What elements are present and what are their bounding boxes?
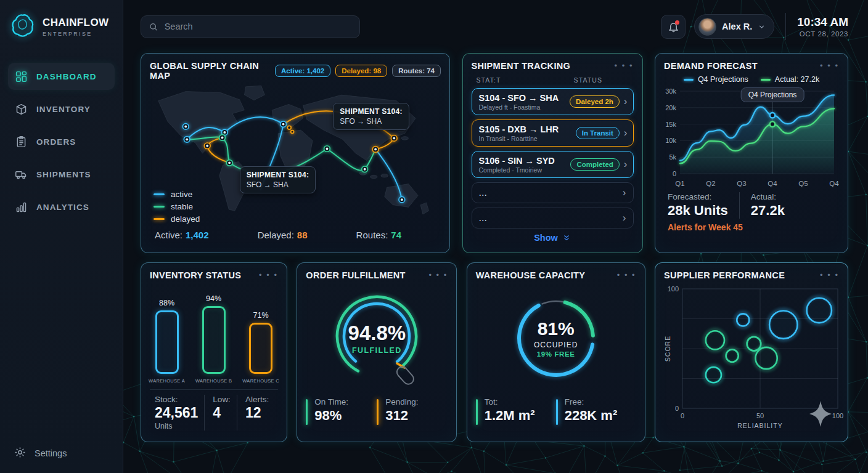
capacity-value: 81%: [534, 318, 578, 339]
stat-value: 228K m²: [565, 408, 618, 424]
forecast-legend: Q4 ProjectionsActual: 27.2k: [664, 75, 839, 84]
stat-value: 312: [385, 408, 418, 424]
ellipsis-icon[interactable]: • • •: [615, 63, 634, 68]
topbar-right: Alex R. 10:34 AM OCT 28, 2023: [661, 13, 848, 40]
svg-text:100: 100: [832, 412, 843, 419]
map-stats: Active:1,402Delayed:88Routes:74: [150, 230, 441, 240]
capacity-donut: 81% OCCUPIED 19% FREE: [476, 280, 636, 396]
shipment-info: S106 - SIN → SYDCompleted - Tmoiriew: [479, 156, 571, 174]
clock: 10:34 AM OCT 28, 2023: [797, 15, 848, 38]
forecast-alert: Alerts for Week 45: [664, 222, 839, 232]
stat-label: Stock:: [155, 395, 198, 404]
chevron-right-icon[interactable]: ›: [623, 187, 626, 199]
svg-text:5k: 5k: [669, 153, 676, 161]
sidebar-item-inventory[interactable]: INVENTORY: [8, 95, 115, 123]
bar-value-label: 71%: [253, 311, 269, 320]
map-stat: Active:1,402: [155, 230, 209, 240]
box-icon: [15, 103, 28, 116]
svg-text:0: 0: [673, 170, 676, 177]
chevron-right-icon[interactable]: ›: [623, 212, 626, 224]
map-badges: Active: 1,402Delayed: 98Routes: 74: [275, 65, 441, 77]
map-stat: Delayed:88: [258, 230, 308, 240]
sidebar-item-analytics[interactable]: ANALYTICS: [8, 193, 115, 220]
status-badge: Daleyed 2h: [570, 95, 620, 108]
shipment-row[interactable]: S104 - SFO → SHADelayed ft - FoastimaDal…: [472, 88, 634, 115]
stat-value: 27.2k: [751, 203, 785, 219]
stat-value: 1.2M m²: [485, 408, 535, 424]
svg-text:Q2: Q2: [706, 180, 715, 187]
map-stat-label: Active:: [155, 230, 182, 240]
stat-label: Actual:: [751, 192, 785, 201]
status-badge: In Transit: [576, 127, 620, 139]
topbar: Alex R. 10:34 AM OCT 28, 2023: [141, 14, 848, 39]
chevron-right-icon[interactable]: ›: [624, 158, 628, 171]
map-tooltip: SHIPMENT S104:SFO → SHA: [240, 166, 316, 193]
forecast-stat: Forecasted:28k Units: [664, 192, 728, 219]
sidebar-item-settings[interactable]: Settings: [14, 446, 67, 461]
svg-text:Q4: Q4: [768, 180, 777, 187]
legend-swatch: [154, 218, 165, 220]
stat-label: On Time:: [314, 397, 348, 406]
stat-label: Free:: [565, 397, 618, 406]
chart-tooltip: Q4 Projections: [741, 87, 805, 102]
shipment-row[interactable]: S106 - SIN → SYDCompleted - TmoiriewComp…: [472, 151, 634, 178]
fulfillment-label: FULFILLED: [348, 346, 406, 355]
svg-text:30k: 30k: [665, 87, 676, 95]
ellipsis-icon[interactable]: • • •: [259, 273, 278, 278]
ellipsis-icon[interactable]: • • •: [617, 273, 636, 278]
metric-stat: Tot:1.2M m²: [476, 397, 556, 425]
sidebar-item-orders[interactable]: ORDERS: [8, 128, 115, 155]
ellipsis-icon[interactable]: • • •: [820, 273, 839, 278]
stat-value: 28k Units: [668, 203, 728, 219]
svg-text:10k: 10k: [665, 137, 676, 144]
shipment-placeholder-row[interactable]: ...›: [472, 182, 634, 203]
date: OCT 28, 2023: [797, 30, 848, 38]
order-fulfillment-card: ORDER FULFILLMENT • • • 94.8% FULFILLED …: [297, 262, 457, 442]
map-tooltip-title: SHIPMENT S104:: [340, 107, 403, 116]
ellipsis-icon[interactable]: • • •: [820, 63, 839, 68]
ellipsis-icon[interactable]: • • •: [428, 273, 448, 278]
stat-value: 24,561: [155, 405, 198, 421]
inventory-stats: Stock:24,561UnitsLow:4Alerts:12: [150, 395, 278, 431]
map-stat-label: Delayed:: [258, 230, 294, 240]
placeholder-label: ...: [479, 212, 487, 224]
brand-subtitle: ENTERPRISE: [43, 31, 108, 37]
stat-text: Free:228K m²: [565, 397, 618, 425]
supplier-card-title: SUPPLIER PERFORMANCE: [664, 270, 785, 280]
stat-text: Tot:1.2M m²: [485, 397, 535, 425]
legend-label: Q4 Projections: [698, 75, 748, 84]
legend-swatch: [154, 193, 165, 195]
user-menu[interactable]: Alex R.: [694, 14, 774, 39]
inventory-bar-chart: 88%WAREHOUSE A94%WAREHOUSE B71%WAREHOUSE…: [150, 286, 278, 384]
sidebar-item-dashboard[interactable]: DASHBOARD: [8, 63, 115, 90]
map-legend: activestabledelayed: [154, 188, 200, 225]
inventory-stat: Low:4: [204, 395, 237, 431]
sidebar-item-label: SHIPMENTS: [36, 170, 91, 179]
show-more-button[interactable]: Show: [472, 233, 634, 243]
shipment-row[interactable]: S105 - DXB → LHRIn Transit - RoarttineIn…: [472, 119, 634, 147]
supplier-bubble-chart: 0100050100RELIABILITYSCORE: [664, 283, 839, 433]
svg-text:50: 50: [756, 412, 764, 419]
legend-swatch: [761, 79, 771, 81]
legend-item: stable: [154, 200, 200, 212]
column-start: STAT:T: [477, 76, 501, 84]
inventory-bar: [202, 306, 226, 374]
svg-text:15k: 15k: [665, 121, 676, 128]
notifications-button[interactable]: [661, 15, 686, 39]
shipment-placeholder-row[interactable]: ...›: [472, 208, 634, 228]
legend-swatch: [154, 206, 165, 208]
metric-stat: Pending:312: [377, 397, 448, 425]
stat-value: 12: [245, 405, 269, 421]
shipment-list: S104 - SFO → SHADelayed ft - FoastimaDal…: [472, 88, 634, 178]
search-input[interactable]: [165, 22, 352, 31]
map-tooltip-route: SFO → SHA: [340, 117, 403, 126]
chevron-right-icon[interactable]: ›: [624, 127, 628, 139]
sidebar-item-shipments[interactable]: SHIPMENTS: [8, 161, 115, 188]
fulfillment-gauge: 94.8% FULFILLED: [306, 280, 448, 396]
bar-value-label: 94%: [206, 294, 221, 303]
forecast-card-title: DEMAND FORECAST: [664, 61, 758, 71]
map-stat-value: 88: [297, 230, 308, 240]
chevron-right-icon[interactable]: ›: [624, 95, 628, 108]
map-card-title: GLOBAL SUPPLY CHAIN MAP: [150, 61, 275, 81]
shipment-card-title: SHIPMENT TRACKING: [472, 61, 571, 71]
